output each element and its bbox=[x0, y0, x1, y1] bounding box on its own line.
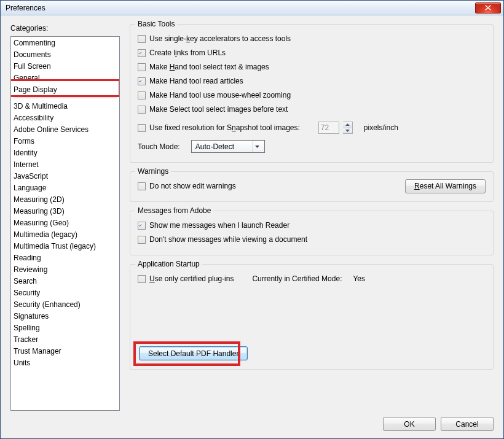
category-item[interactable]: Reading bbox=[11, 252, 119, 264]
group-title: Warnings bbox=[135, 167, 171, 176]
category-item[interactable]: Full Screen bbox=[11, 61, 119, 72]
ok-button[interactable]: OK bbox=[383, 417, 436, 431]
certified-mode-label: Currently in Certified Mode: bbox=[252, 274, 342, 283]
dialog-footer: OK Cancel bbox=[10, 411, 494, 431]
touch-mode-label: Touch Mode: bbox=[138, 142, 180, 151]
checkbox-show-on-launch[interactable] bbox=[138, 222, 146, 230]
checkbox-label: Use single-key accelerators to access to… bbox=[149, 34, 291, 43]
category-item[interactable]: Signatures bbox=[11, 311, 119, 322]
certified-mode-value: Yes bbox=[353, 274, 365, 283]
checkbox-accelerators[interactable] bbox=[138, 35, 146, 43]
group-title: Messages from Adobe bbox=[135, 206, 213, 215]
category-item[interactable]: Reviewing bbox=[11, 264, 119, 276]
checkbox-hand-wheel[interactable] bbox=[138, 91, 146, 99]
preferences-window: Preferences Categories: Commenting Docum… bbox=[0, 0, 504, 439]
titlebar: Preferences bbox=[1, 1, 503, 15]
spinner-up[interactable] bbox=[343, 122, 352, 128]
checkbox-label: Use only certified plug-ins bbox=[149, 274, 234, 283]
category-item[interactable]: Multimedia (legacy) bbox=[11, 229, 119, 241]
checkbox-label: Make Hand tool select text & images bbox=[149, 63, 269, 71]
chevron-up-icon bbox=[345, 123, 350, 126]
select-default-pdf-handler-button[interactable]: Select Default PDF Handler bbox=[139, 346, 248, 360]
category-item[interactable]: Internet bbox=[11, 159, 119, 171]
categories-label: Categories: bbox=[10, 24, 120, 33]
category-item[interactable]: Spelling bbox=[11, 322, 119, 334]
checkbox-no-edit-warnings[interactable] bbox=[138, 182, 146, 190]
cancel-button[interactable]: Cancel bbox=[441, 417, 494, 431]
checkbox-fixed-resolution[interactable] bbox=[138, 124, 146, 132]
group-messages: Messages from Adobe Show me messages whe… bbox=[130, 211, 494, 255]
group-startup: Application Startup Use only certified p… bbox=[130, 264, 494, 370]
category-item[interactable]: Measuring (3D) bbox=[11, 206, 119, 217]
category-item[interactable]: Measuring (Geo) bbox=[11, 217, 119, 229]
close-button[interactable] bbox=[475, 2, 501, 14]
chevron-down-icon bbox=[255, 146, 259, 148]
checkbox-certified-plugins[interactable] bbox=[138, 275, 146, 283]
category-item[interactable]: Security bbox=[11, 287, 119, 299]
checkbox-hand-select[interactable] bbox=[138, 63, 146, 71]
category-item[interactable]: Security (Enhanced) bbox=[11, 299, 119, 311]
checkbox-select-images[interactable] bbox=[138, 106, 146, 114]
checkbox-label: Make Hand tool read articles bbox=[149, 77, 243, 85]
group-warnings: Warnings Do not show edit warnings Reset… bbox=[130, 171, 494, 202]
checkbox-label: Show me messages when I launch Reader bbox=[149, 221, 289, 230]
category-divider bbox=[14, 98, 117, 98]
snapshot-resolution-input[interactable]: 72 bbox=[318, 122, 339, 134]
category-item[interactable]: Units bbox=[11, 357, 119, 369]
spinner-down[interactable] bbox=[343, 128, 352, 134]
chevron-down-icon bbox=[345, 130, 350, 132]
category-item[interactable]: Commenting bbox=[11, 37, 119, 49]
category-item-general[interactable]: General bbox=[11, 72, 119, 84]
window-title: Preferences bbox=[6, 4, 475, 12]
category-item[interactable]: Forms bbox=[11, 136, 119, 147]
category-item[interactable]: 3D & Multimedia bbox=[11, 101, 119, 112]
categories-list[interactable]: Commenting Documents Full Screen General… bbox=[10, 36, 120, 411]
category-item[interactable]: Identity bbox=[11, 147, 119, 159]
category-item[interactable]: Trust Manager bbox=[11, 346, 119, 357]
checkbox-label: Make Hand tool use mouse-wheel zooming bbox=[149, 91, 291, 99]
category-item[interactable]: Adobe Online Services bbox=[11, 124, 119, 136]
touch-mode-select[interactable]: Auto-Detect bbox=[191, 140, 265, 153]
group-basic-tools: Basic Tools Use single-key accelerators … bbox=[130, 24, 494, 163]
category-item[interactable]: Multimedia Trust (legacy) bbox=[11, 241, 119, 252]
checkbox-label: Don't show messages while viewing a docu… bbox=[149, 235, 307, 244]
group-title: Basic Tools bbox=[135, 20, 177, 28]
category-item[interactable]: Page Display bbox=[11, 84, 119, 96]
category-item[interactable]: Measuring (2D) bbox=[11, 194, 119, 206]
category-item[interactable]: Accessibility bbox=[11, 112, 119, 124]
checkbox-label: Use fixed resolution for Snapshot tool i… bbox=[149, 123, 300, 132]
category-item[interactable]: Search bbox=[11, 276, 119, 287]
select-value: Auto-Detect bbox=[195, 142, 234, 151]
snapshot-resolution-spinner[interactable] bbox=[343, 122, 353, 134]
group-title: Application Startup bbox=[135, 260, 202, 268]
category-item[interactable]: Documents bbox=[11, 49, 119, 61]
units-label: pixels/inch bbox=[364, 123, 398, 132]
checkbox-hand-articles[interactable] bbox=[138, 77, 146, 85]
category-item[interactable]: Language bbox=[11, 182, 119, 194]
category-item[interactable]: JavaScript bbox=[11, 171, 119, 182]
checkbox-label: Create links from URLs bbox=[149, 49, 226, 57]
checkbox-label: Do not show edit warnings bbox=[149, 182, 236, 190]
close-icon bbox=[485, 5, 491, 10]
checkbox-label: Make Select tool select images before te… bbox=[149, 105, 288, 114]
checkbox-dont-show-viewing[interactable] bbox=[138, 236, 146, 244]
checkbox-links-from-urls[interactable] bbox=[138, 49, 146, 57]
category-item[interactable]: Tracker bbox=[11, 334, 119, 346]
reset-warnings-button[interactable]: Reset All Warnings bbox=[405, 179, 486, 193]
